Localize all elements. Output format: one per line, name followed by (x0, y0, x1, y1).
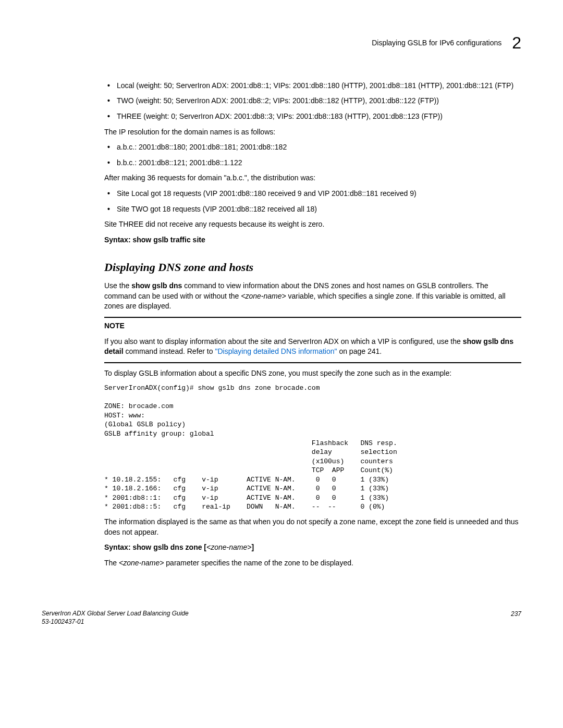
list-item: Site Local got 18 requests (VIP 2001:db8… (104, 189, 521, 199)
list-item: Site TWO got 18 requests (VIP 2001:db8::… (104, 204, 521, 215)
distribution-list: Site Local got 18 requests (VIP 2001:db8… (104, 189, 521, 214)
variable-name: <zone-name> (206, 543, 251, 551)
paragraph-zone-param: The <zone-name> parameter specifies the … (104, 558, 521, 569)
syntax-command: show gslb dns zone [ (132, 543, 206, 551)
page-number: 237 (511, 610, 521, 626)
section-heading-dns-zone: Displaying DNS zone and hosts (104, 260, 521, 276)
ip-resolution-list: a.b.c.: 2001:db8::180; 2001:db8::181; 20… (104, 142, 521, 168)
divider (104, 317, 521, 318)
page-footer: ServerIron ADX Global Server Load Balanc… (42, 610, 521, 626)
paragraph-specific-zone: To display GSLB information about a spec… (104, 368, 521, 379)
syntax-line-1: Syntax: show gslb traffic site (104, 235, 521, 245)
guide-title: ServerIron ADX Global Server Load Balanc… (42, 610, 189, 618)
variable-name: <zone-name> (241, 292, 286, 300)
text: If you also want to display information … (104, 337, 463, 346)
paragraph-info-displayed: The information displayed is the same as… (104, 517, 521, 537)
page-content: Local (weight: 50; ServerIron ADX: 2001:… (104, 81, 521, 569)
chapter-number: 2 (512, 31, 521, 55)
footer-left: ServerIron ADX Global Server Load Balanc… (42, 610, 189, 626)
terminal-output: ServerIronADX(config)# show gslb dns zon… (104, 384, 521, 512)
paragraph-use-command: Use the show gslb dns command to view in… (104, 281, 521, 312)
syntax-prefix: Syntax: (104, 236, 132, 244)
text: command instead. Refer to (124, 347, 215, 355)
paragraph-after-requests: After making 36 requests for domain "a.b… (104, 173, 521, 183)
text: Use the (104, 281, 131, 290)
list-item: a.b.c.: 2001:db8::180; 2001:db8::181; 20… (104, 142, 521, 153)
header-title: Displaying GSLB for IPv6 configurations (372, 38, 501, 48)
list-item: TWO (weight: 50; ServerIron ADX: 2001:db… (104, 96, 521, 106)
site-list: Local (weight: 50; ServerIron ADX: 2001:… (104, 81, 521, 122)
cross-reference-link[interactable]: "Displaying detailed DNS information" (215, 347, 337, 355)
note-body: If you also want to display information … (104, 337, 521, 357)
text: The (104, 559, 119, 567)
command-name: show gslb dns (131, 281, 182, 290)
text: on page 241. (337, 347, 382, 355)
syntax-prefix: Syntax: (104, 543, 132, 551)
variable-name: <zone-name> (119, 559, 164, 567)
page-header: Displaying GSLB for IPv6 configurations … (42, 31, 521, 55)
paragraph-site-three: Site THREE did not receive any requests … (104, 219, 521, 230)
syntax-line-2: Syntax: show gslb dns zone [<zone-name>] (104, 542, 521, 553)
paragraph-ip-resolution: The IP resolution for the domain names i… (104, 127, 521, 138)
doc-number: 53-1002437-01 (42, 618, 189, 626)
syntax-command: show gslb traffic site (132, 236, 205, 244)
text: parameter specifies the name of the zone… (164, 559, 353, 567)
note-label: NOTE (104, 321, 521, 331)
list-item: b.b.c.: 2001:db8::121; 2001:db8::1.122 (104, 158, 521, 168)
list-item: Local (weight: 50; ServerIron ADX: 2001:… (104, 81, 521, 91)
list-item: THREE (weight: 0; ServerIron ADX: 2001:d… (104, 112, 521, 122)
syntax-end: ] (251, 543, 254, 551)
divider (104, 362, 521, 363)
